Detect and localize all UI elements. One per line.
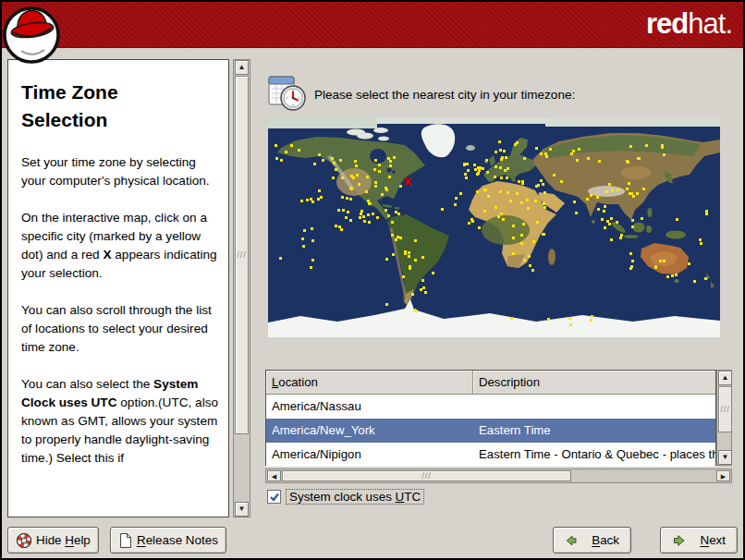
city-dot[interactable] <box>560 180 563 183</box>
city-dot[interactable] <box>408 251 410 254</box>
city-dot[interactable] <box>700 242 702 245</box>
city-dot[interactable] <box>389 164 392 167</box>
city-dot[interactable] <box>311 239 314 242</box>
city-dot[interactable] <box>537 184 540 187</box>
city-dot[interactable] <box>369 202 372 205</box>
city-dot[interactable] <box>306 199 309 201</box>
city-dot[interactable] <box>502 218 505 221</box>
city-dot[interactable] <box>485 159 488 162</box>
city-dot[interactable] <box>661 146 664 149</box>
hide-help-button[interactable]: Hide Help <box>7 527 99 554</box>
utc-checkbox[interactable] <box>267 490 281 504</box>
city-dot[interactable] <box>675 274 678 276</box>
city-dot[interactable] <box>608 183 611 186</box>
city-dot[interactable] <box>395 238 397 241</box>
city-dot[interactable] <box>335 225 337 227</box>
city-dot[interactable] <box>626 160 629 163</box>
city-dot[interactable] <box>570 152 573 155</box>
city-dot[interactable] <box>455 197 458 200</box>
city-dot[interactable] <box>536 221 539 224</box>
city-dot[interactable] <box>528 255 531 258</box>
city-dot[interactable] <box>468 222 470 225</box>
city-dot[interactable] <box>318 189 321 192</box>
city-dot[interactable] <box>459 192 462 195</box>
scroll-down-arrow[interactable]: ▼ <box>235 502 249 517</box>
city-dot[interactable] <box>498 140 501 143</box>
city-dot[interactable] <box>543 202 545 205</box>
city-dot[interactable] <box>620 234 623 237</box>
city-dot[interactable] <box>512 225 515 227</box>
city-dot[interactable] <box>337 209 340 212</box>
city-dot[interactable] <box>473 164 476 166</box>
city-dot[interactable] <box>522 223 525 225</box>
city-dot[interactable] <box>408 255 410 258</box>
city-dot[interactable] <box>313 163 316 165</box>
city-dot[interactable] <box>349 198 352 201</box>
city-dot[interactable] <box>391 234 394 237</box>
city-dot[interactable] <box>393 156 396 159</box>
city-dot[interactable] <box>363 220 366 223</box>
city-dot[interactable] <box>332 177 335 179</box>
city-dot[interactable] <box>347 211 349 213</box>
help-scrollbar[interactable]: ▲ /// ▼ <box>233 59 250 517</box>
city-dot[interactable] <box>409 265 411 268</box>
city-dot[interactable] <box>368 221 371 224</box>
city-dot[interactable] <box>301 237 304 240</box>
city-dot[interactable] <box>484 189 487 191</box>
city-dot[interactable] <box>631 219 634 222</box>
city-dot[interactable] <box>540 179 543 182</box>
city-dot[interactable] <box>569 323 572 326</box>
timezone-row[interactable]: America/NipigonEastern Time - Ontario & … <box>266 443 715 467</box>
city-dot[interactable] <box>535 147 538 150</box>
city-dot[interactable] <box>590 319 592 322</box>
city-dot[interactable] <box>542 183 544 186</box>
city-dot[interactable] <box>573 201 576 203</box>
city-dot[interactable] <box>506 177 508 179</box>
city-dot[interactable] <box>568 317 571 320</box>
city-dot[interactable] <box>487 195 490 198</box>
city-dot[interactable] <box>523 157 526 160</box>
city-dot[interactable] <box>604 226 606 229</box>
city-dot[interactable] <box>499 190 502 193</box>
city-dot[interactable] <box>510 317 513 320</box>
city-dot[interactable] <box>275 144 277 147</box>
city-dot[interactable] <box>311 201 314 203</box>
city-dot[interactable] <box>547 318 550 321</box>
city-dot[interactable] <box>300 200 303 202</box>
table-vertical-scrollbar[interactable]: ▲ /// ▼ <box>716 370 732 466</box>
city-dot[interactable] <box>432 272 434 274</box>
city-dot[interactable] <box>303 229 306 232</box>
city-dot[interactable] <box>366 176 369 178</box>
city-dot[interactable] <box>354 160 357 163</box>
city-dot[interactable] <box>454 203 457 206</box>
city-dot[interactable] <box>378 170 381 173</box>
city-dot[interactable] <box>422 286 425 289</box>
city-dot[interactable] <box>341 196 344 199</box>
city-dot[interactable] <box>374 185 377 188</box>
city-dot[interactable] <box>385 303 388 306</box>
city-dot[interactable] <box>404 250 407 253</box>
city-dot[interactable] <box>356 174 359 177</box>
city-dot[interactable] <box>575 212 578 214</box>
city-dot[interactable] <box>387 214 390 217</box>
city-dot[interactable] <box>604 205 606 208</box>
city-dot[interactable] <box>499 166 502 169</box>
city-dot[interactable] <box>285 151 287 153</box>
city-dot[interactable] <box>544 152 547 155</box>
city-dot[interactable] <box>637 157 640 160</box>
table-horizontal-scrollbar[interactable]: ◀ /// ▶ <box>265 469 732 483</box>
city-dot[interactable] <box>598 160 601 163</box>
city-dot[interactable] <box>494 176 496 178</box>
city-dot[interactable] <box>322 159 324 162</box>
city-dot[interactable] <box>705 213 708 215</box>
city-dot[interactable] <box>500 158 503 161</box>
city-dot[interactable] <box>376 216 379 219</box>
city-dot[interactable] <box>345 216 348 219</box>
city-dot[interactable] <box>520 201 523 204</box>
city-dot[interactable] <box>402 275 405 278</box>
scroll-right-arrow[interactable]: ▶ <box>716 470 730 481</box>
city-dot[interactable] <box>676 218 678 221</box>
back-button[interactable]: Back <box>553 527 631 554</box>
city-dot[interactable] <box>597 208 600 211</box>
city-dot[interactable] <box>385 187 387 189</box>
